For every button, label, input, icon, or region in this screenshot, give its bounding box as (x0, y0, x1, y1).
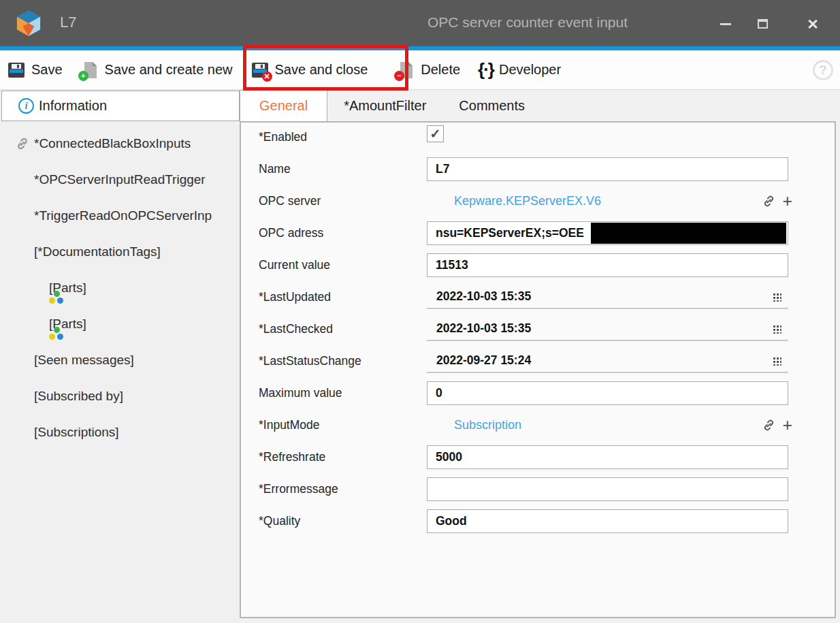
save-and-create-new-button[interactable]: + Save and create new (80, 61, 233, 80)
titlebar: L7 OPC server counter event input ✕ (0, 0, 840, 46)
opc-server-link[interactable]: Kepware.KEPServerEX.V6 (454, 194, 601, 208)
checkmark-icon: ✓ (430, 127, 441, 140)
inputmode-link[interactable]: Subscription (454, 418, 521, 432)
window-title: OPC server counter event input (381, 14, 674, 31)
opc-adress-label: OPC adress (259, 226, 427, 240)
errormessage-input[interactable] (427, 477, 788, 501)
link-icon (15, 136, 30, 151)
page-delete-icon: − (396, 61, 415, 80)
window-item-title: L7 (60, 14, 76, 31)
sidebar-item-label: [Subscribed by] (34, 389, 123, 404)
toolbar: Save + Save and create new ✕ (0, 50, 840, 90)
help-icon[interactable]: ? (813, 60, 833, 80)
sidebar-item-documentationtags[interactable]: [*DocumentationTags] (0, 234, 240, 270)
lastchecked-label: *LastChecked (259, 322, 427, 336)
tabbar: General *AmountFilter Comments (240, 90, 840, 121)
sidebar-item-triggerreadonopcserverinp[interactable]: *TriggerReadOnOPCServerInp (0, 197, 240, 234)
sidebar-item-seen-messages[interactable]: [Seen messages] (0, 342, 240, 378)
refreshrate-label: *Refreshrate (259, 450, 427, 464)
save-and-create-new-label: Save and create new (105, 62, 233, 78)
sidebar-list: *ConnectedBlackBoxInputs *OPCServerInput… (0, 125, 240, 450)
maximum-value-label: Maximum value (259, 386, 427, 400)
maximize-button[interactable] (750, 15, 775, 33)
name-input[interactable] (427, 157, 788, 181)
add-reference-icon[interactable]: + (782, 417, 792, 434)
sidebar-item-parts-1[interactable]: [Parts] (0, 270, 240, 306)
save-and-close-label: Save and close (275, 62, 368, 78)
sidebar-item-subscriptions[interactable]: [Subscriptions] (0, 414, 240, 450)
enabled-label: *Enabled (259, 130, 427, 144)
page-add-icon: + (80, 61, 99, 80)
general-form: *Enabled ✓ Name OPC server (241, 123, 835, 541)
row-quality: *Quality (241, 509, 835, 533)
developer-button[interactable]: {·} Developer (478, 59, 561, 80)
sidebar: i Information *ConnectedBlackBoxInputs *… (0, 90, 240, 623)
sidebar-item-label: *TriggerReadOnOPCServerInp (34, 208, 212, 223)
save-and-close-button[interactable]: ✕ Save and close (251, 61, 368, 80)
maximum-value-input[interactable] (427, 381, 788, 405)
sidebar-item-information[interactable]: i Information (1, 91, 240, 121)
laststatuschange-label: *LastStatusChange (259, 354, 427, 368)
developer-label: Developer (499, 62, 561, 78)
tab-label: Comments (459, 98, 525, 114)
tab-amountfilter[interactable]: *AmountFilter (327, 90, 442, 121)
opc-server-label: OPC server (259, 194, 427, 208)
quality-label: *Quality (259, 514, 427, 528)
row-enabled: *Enabled ✓ (241, 125, 835, 149)
add-reference-icon[interactable]: + (782, 193, 792, 210)
row-opc-adress: OPC adress (241, 221, 835, 245)
tab-label: *AmountFilter (344, 98, 426, 114)
code-braces-icon: {·} (478, 59, 494, 80)
sidebar-item-label: *OPCServerInputReadTrigger (34, 172, 206, 187)
laststatuschange-value[interactable]: 2022-09-27 15:24 (427, 349, 788, 373)
sidebar-item-opcserverinputreadtrigger[interactable]: *OPCServerInputReadTrigger (0, 161, 240, 197)
sidebar-item-label: [*DocumentationTags] (34, 244, 161, 259)
app-logo-icon (16, 10, 41, 36)
date-picker-icon[interactable] (773, 293, 781, 302)
form-panel: *Enabled ✓ Name OPC server (240, 121, 836, 618)
sidebar-item-connectedblackboxinputs[interactable]: *ConnectedBlackBoxInputs (0, 125, 240, 161)
tab-general[interactable]: General (240, 90, 327, 121)
quality-input[interactable] (427, 509, 788, 533)
sidebar-item-label: [Subscriptions] (34, 425, 119, 440)
row-inputmode: *InputMode Subscription + (241, 413, 835, 437)
row-lastchecked: *LastChecked 2022-10-03 15:35 (241, 317, 835, 341)
lastchecked-value[interactable]: 2022-10-03 15:35 (427, 317, 788, 341)
floppy-save-icon (7, 61, 26, 80)
sidebar-item-subscribed-by[interactable]: [Subscribed by] (0, 378, 240, 414)
tab-comments[interactable]: Comments (442, 90, 541, 121)
refreshrate-input[interactable] (427, 445, 788, 469)
save-label: Save (31, 62, 63, 78)
name-label: Name (259, 162, 427, 176)
date-picker-icon[interactable] (773, 357, 781, 366)
enabled-checkbox[interactable]: ✓ (427, 125, 444, 142)
save-button[interactable]: Save (7, 61, 63, 80)
floppy-close-icon: ✕ (251, 61, 270, 80)
sidebar-item-label: [Seen messages] (34, 353, 134, 368)
maximize-icon (758, 19, 768, 29)
parts-icon (49, 327, 64, 342)
window: L7 OPC server counter event input ✕ Save (0, 0, 840, 623)
sidebar-item-label: *ConnectedBlackBoxInputs (34, 136, 191, 151)
delete-button[interactable]: − Delete (396, 61, 460, 80)
link-reference-icon[interactable] (762, 418, 776, 432)
date-picker-icon[interactable] (773, 325, 781, 334)
close-button[interactable]: ✕ (801, 15, 825, 33)
inputmode-label: *InputMode (259, 418, 427, 432)
row-opc-server: OPC server Kepware.KEPServerEX.V6 + (241, 189, 835, 213)
current-value-input[interactable] (427, 253, 788, 277)
current-value-label: Current value (259, 258, 427, 272)
minimize-button[interactable] (713, 15, 738, 33)
information-label: Information (39, 98, 107, 114)
redaction-block (591, 223, 786, 244)
row-errormessage: *Errormessage (241, 477, 835, 501)
row-laststatuschange: *LastStatusChange 2022-09-27 15:24 (241, 349, 835, 373)
x-badge-icon: ✕ (262, 71, 272, 82)
row-name: Name (241, 157, 835, 181)
row-maximum-value: Maximum value (241, 381, 835, 405)
plus-badge-icon: + (78, 71, 88, 81)
link-reference-icon[interactable] (762, 194, 776, 208)
lastupdated-value[interactable]: 2022-10-03 15:35 (427, 285, 788, 309)
info-icon: i (18, 98, 34, 114)
sidebar-item-parts-2[interactable]: [Parts] (0, 306, 240, 342)
